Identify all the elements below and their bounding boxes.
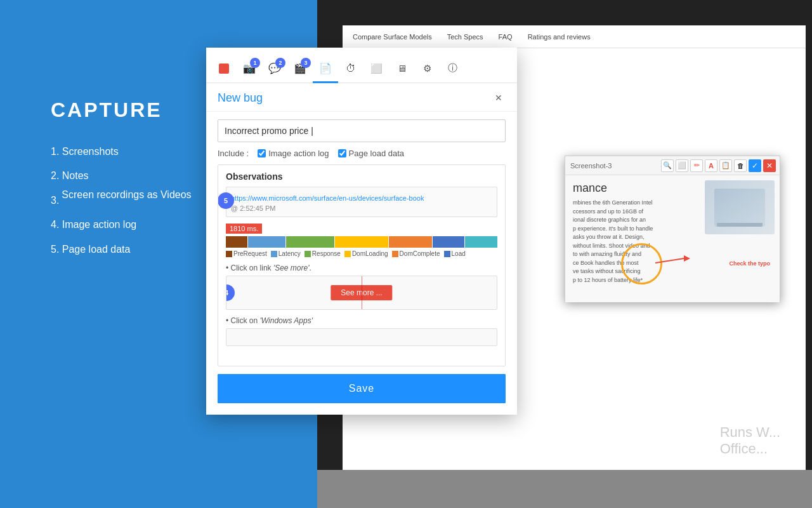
sidebar: CAPTURE 1. Screenshots 2. Notes 3. Scree…	[51, 98, 192, 262]
obs-step-5-image	[226, 328, 497, 346]
feature-label-5: Page load data	[62, 244, 131, 255]
text-tool-btn[interactable]: A	[705, 159, 717, 172]
dialog-body: Include : Image action log Page load dat…	[206, 112, 517, 366]
settings-tool-button[interactable]: ⚙	[414, 55, 440, 83]
feature-label-2: Notes	[62, 170, 89, 181]
feature-item-4: 4. Image action log	[51, 213, 192, 237]
feature-item-1: 1. Screenshots	[51, 140, 192, 164]
url-box: 5 https://www.microsoft.com/surface/en-u…	[226, 187, 497, 217]
screenshot-toolbar: Screenshot-3 🔍 ⬜ ✏ A 📋 🗑 ✓ ✕	[565, 156, 780, 175]
badge-1: 1	[250, 58, 260, 68]
screenshot-overlay-panel: Screenshot-3 🔍 ⬜ ✏ A 📋 🗑 ✓ ✕ mance mbine…	[565, 156, 780, 302]
crop-tool-button[interactable]: ⬜	[363, 55, 389, 83]
badge-2: 2	[275, 58, 285, 68]
obs-step-4-image: 4 See more ...	[226, 276, 497, 310]
badge-3: 3	[301, 58, 311, 68]
legend-latency: Latency	[271, 250, 301, 257]
cursor-line	[362, 276, 362, 309]
screenshot-label: Screenshot-3	[569, 162, 659, 170]
page-load-data-checkbox[interactable]	[338, 149, 346, 157]
video-tool-button[interactable]: 🎬 3	[287, 55, 313, 83]
dialog-title: New bug	[218, 91, 263, 105]
annotation-text: Check the typo	[729, 260, 770, 267]
feature-item-2: 2. Notes	[51, 164, 192, 188]
obs-step-4-text: • Click on link 'See more'.	[226, 264, 497, 272]
obs-step-5: • Click on 'Windows Apps'	[226, 316, 497, 346]
image-action-log-label: Image action log	[268, 149, 329, 158]
pen-tool-btn[interactable]: ✏	[690, 159, 703, 172]
info-tool-button[interactable]: ⓘ	[440, 55, 465, 83]
display-tool-button[interactable]: 🖥	[389, 55, 414, 83]
save-button[interactable]: Save	[218, 374, 506, 403]
feature-num-5: 5.	[51, 244, 62, 255]
legend-load: Load	[444, 250, 466, 257]
dialog-header: New bug ✕	[206, 83, 517, 112]
main-dialog: 📷 1 💬 2 🎬 3 📄 ⏱ ⬜ 🖥 ⚙	[206, 48, 517, 415]
screenshot-content: mance mbines the 6th Generation Intel cc…	[565, 175, 780, 302]
close-dialog-button[interactable]: ✕	[492, 91, 506, 105]
svg-line-0	[655, 258, 684, 263]
comment-tool-button[interactable]: 💬 2	[262, 55, 287, 83]
include-row: Include : Image action log Page load dat…	[218, 149, 506, 158]
svg-marker-1	[684, 255, 690, 262]
bug-tool-button[interactable]: 📄	[313, 55, 338, 83]
annotation-arrow	[655, 253, 690, 269]
obs-step-5-text: • Click on 'Windows Apps'	[226, 316, 497, 325]
legend-prerequest: PreRequest	[226, 250, 267, 257]
feature-item-3: 3. Screen recordings as Videos	[51, 189, 192, 213]
obs-step-4: • Click on link 'See more'. 4 See more .…	[226, 264, 497, 310]
bar-extra	[465, 236, 497, 248]
bar-latency	[248, 236, 285, 248]
search-tool-btn[interactable]: 🔍	[661, 159, 674, 172]
capture-title: CAPTURE	[51, 98, 192, 122]
include-label: Include :	[218, 149, 249, 158]
obs-timestamp: @ 2:52:45 PM	[231, 204, 492, 212]
bar-load	[433, 236, 465, 248]
bar-response	[286, 236, 334, 248]
perf-bar-section: 1810 ms. PreRequest Latency Response Dom…	[226, 222, 497, 257]
legend-domcomplete: DomComplete	[392, 250, 440, 257]
dialog-toolbar: 📷 1 💬 2 🎬 3 📄 ⏱ ⬜ 🖥 ⚙	[206, 48, 517, 83]
legend-domloading: DomLoading	[344, 250, 388, 257]
image-action-log-checkbox-label[interactable]: Image action log	[258, 149, 329, 158]
observations-title: Observations	[226, 171, 497, 182]
close-screenshot-btn[interactable]: ✕	[763, 159, 776, 172]
feature-label-3: Screen recordings as Videos	[62, 189, 191, 202]
image-action-log-checkbox[interactable]	[258, 149, 266, 157]
obs-url-link[interactable]: https://www.microsoft.com/surface/en-us/…	[231, 194, 424, 202]
history-tool-button[interactable]: ⏱	[338, 55, 363, 83]
feature-list: 1. Screenshots 2. Notes 3. Screen record…	[51, 140, 192, 262]
copy-tool-btn[interactable]: 📋	[719, 159, 732, 172]
record-button[interactable]	[211, 55, 237, 83]
runs-text: Runs W...Office...	[720, 424, 780, 457]
feature-item-5: 5. Page load data	[51, 237, 192, 262]
perf-bars	[226, 236, 497, 248]
step-badge-5: 5	[218, 192, 234, 209]
bug-title-input[interactable]	[218, 119, 506, 142]
feature-label-4: Image action log	[62, 219, 136, 230]
screenshot-tool-button[interactable]: 📷 1	[237, 55, 262, 83]
perf-time-label: 1810 ms.	[226, 224, 262, 234]
feature-label-1: Screenshots	[62, 146, 119, 157]
delete-tool-btn[interactable]: 🗑	[734, 159, 747, 172]
confirm-btn[interactable]: ✓	[749, 159, 761, 172]
feature-num-1: 1.	[51, 146, 62, 157]
bar-domcomplete	[389, 236, 432, 248]
observations-panel: Observations 5 https://www.microsoft.com…	[218, 164, 506, 366]
browser-navbar: Compare Surface Models Tech Specs FAQ Ra…	[343, 25, 806, 48]
rect-tool-btn[interactable]: ⬜	[676, 159, 688, 172]
feature-num-3: 3.	[51, 189, 59, 213]
save-button-container: Save	[206, 366, 517, 415]
surface-device-image	[705, 180, 775, 234]
legend-response: Response	[304, 250, 341, 257]
perf-legend: PreRequest Latency Response DomLoading D…	[226, 250, 497, 257]
step-badge-4: 4	[226, 284, 235, 301]
feature-num-2: 2.	[51, 170, 62, 181]
page-load-data-label: Page load data	[349, 149, 404, 158]
bar-domloading	[335, 236, 388, 248]
bar-prerequest	[226, 236, 247, 248]
page-load-data-checkbox-label[interactable]: Page load data	[338, 149, 404, 158]
feature-num-4: 4.	[51, 219, 62, 230]
